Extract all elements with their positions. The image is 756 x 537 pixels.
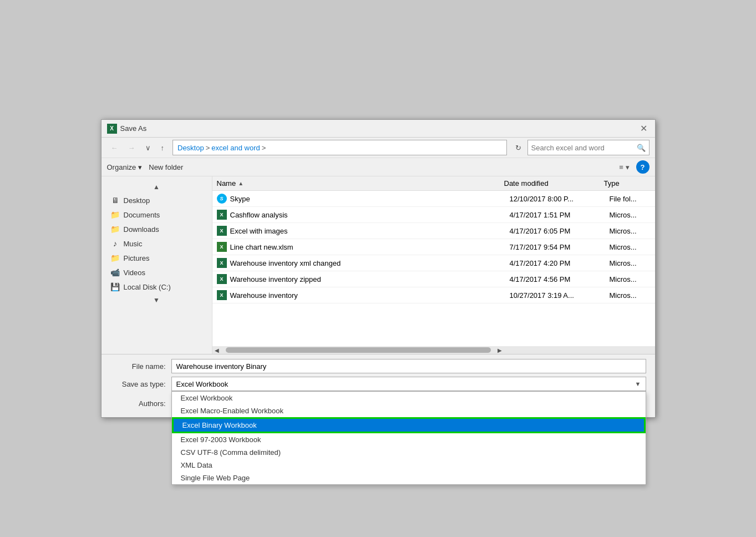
help-button[interactable]: ? bbox=[636, 160, 650, 174]
main-area: ▲ 🖥 Desktop 📁 Documents 📁 Downloads ♪ Mu… bbox=[102, 176, 655, 354]
breadcrumb-sep2: > bbox=[262, 144, 266, 152]
dropdown-item-excel-97[interactable]: Excel 97-2003 Workbook bbox=[172, 433, 646, 446]
toolbar: Organize ▾ New folder ≡ ▾ ? bbox=[102, 158, 655, 176]
dropdown-item-excel-binary[interactable]: Excel Binary Workbook bbox=[172, 417, 646, 433]
excel-file-icon-warehouse: X bbox=[217, 290, 227, 300]
file-name-cashflow: X Cashflow analysis bbox=[212, 208, 505, 221]
sidebar-item-pictures[interactable]: 📁 Pictures bbox=[102, 251, 212, 265]
pictures-icon: 📁 bbox=[110, 253, 120, 263]
toolbar-right: ≡ ▾ ? bbox=[616, 160, 649, 174]
forward-button[interactable]: → bbox=[124, 141, 139, 154]
col-header-type[interactable]: Type bbox=[600, 178, 655, 189]
bottom-section: File name: Save as type: Excel Workbook … bbox=[102, 354, 655, 417]
file-type-warehouse-zip: Micros... bbox=[605, 273, 655, 285]
horizontal-scrollbar[interactable]: ◀ ▶ bbox=[212, 346, 655, 354]
sort-arrow: ▲ bbox=[238, 180, 243, 186]
excel-icon: X bbox=[107, 124, 117, 134]
scroll-right-arrow[interactable]: ▶ bbox=[495, 347, 504, 353]
file-row-skype[interactable]: S Skype 12/10/2017 8:00 P... File fol... bbox=[212, 191, 655, 207]
file-type-skype: File fol... bbox=[605, 193, 655, 205]
search-bar: 🔍 bbox=[527, 140, 650, 155]
savetype-row: Save as type: Excel Workbook ▼ Excel Wor… bbox=[110, 377, 646, 391]
col-header-name[interactable]: Name ▲ bbox=[212, 178, 500, 189]
title-bar: X Save As ✕ bbox=[102, 120, 655, 138]
search-icon: 🔍 bbox=[637, 144, 646, 152]
local-disk-icon: 💾 bbox=[110, 282, 120, 292]
dropdown-items-wrapper: Excel Workbook Excel Macro-Enabled Workb… bbox=[172, 392, 646, 484]
savetype-value: Excel Workbook bbox=[176, 380, 229, 388]
file-row-cashflow[interactable]: X Cashflow analysis 4/17/2017 1:51 PM Mi… bbox=[212, 207, 655, 223]
dropdown-item-excel-macro[interactable]: Excel Macro-Enabled Workbook bbox=[172, 404, 646, 417]
sidebar-item-documents[interactable]: 📁 Documents bbox=[102, 207, 212, 222]
new-folder-button[interactable]: New folder bbox=[149, 163, 183, 171]
save-as-dialog: X Save As ✕ ← → ∨ ↑ Desktop > excel and … bbox=[101, 119, 656, 418]
sidebar-scroll-up[interactable]: ▲ bbox=[102, 181, 212, 193]
file-name-skype: S Skype bbox=[212, 192, 505, 205]
sidebar-scroll-down[interactable]: ▼ bbox=[102, 294, 212, 306]
close-button[interactable]: ✕ bbox=[638, 123, 650, 134]
documents-icon: 📁 bbox=[110, 210, 120, 220]
sidebar-item-local-disk[interactable]: 💾 Local Disk (C:) bbox=[102, 280, 212, 294]
sidebar-label-desktop: Desktop bbox=[124, 196, 150, 205]
view-icon: ≡ bbox=[619, 163, 623, 171]
file-row-line-chart[interactable]: X Line chart new.xlsm 7/17/2017 9:54 PM … bbox=[212, 239, 655, 255]
excel-file-icon-cashflow: X bbox=[217, 210, 227, 220]
dropdown-item-single-file[interactable]: Single File Web Page bbox=[172, 472, 646, 484]
content-area: Name ▲ Date modified Type S Skype bbox=[212, 176, 655, 354]
savetype-select[interactable]: Excel Workbook ▼ bbox=[171, 377, 646, 391]
savetype-dropdown-container: Excel Workbook ▼ Excel Workbook Excel Ma… bbox=[171, 377, 646, 391]
desktop-icon: 🖥 bbox=[110, 195, 120, 205]
file-name-warehouse-xml: X Warehouse inventory xml changed bbox=[212, 256, 505, 270]
file-date-line-chart: 7/17/2017 9:54 PM bbox=[505, 241, 605, 253]
file-type-line-chart: Micros... bbox=[605, 241, 655, 253]
scroll-thumb-h[interactable] bbox=[226, 347, 491, 353]
file-type-warehouse-xml: Micros... bbox=[605, 257, 655, 269]
downloads-icon: 📁 bbox=[110, 224, 120, 234]
sidebar: ▲ 🖥 Desktop 📁 Documents 📁 Downloads ♪ Mu… bbox=[102, 176, 212, 354]
dropdown-item-excel-workbook[interactable]: Excel Workbook bbox=[172, 392, 646, 404]
videos-icon: 📹 bbox=[110, 267, 120, 277]
up-button[interactable]: ↑ bbox=[157, 141, 169, 154]
breadcrumb-current: excel and word bbox=[211, 144, 260, 152]
authors-label: Authors: bbox=[110, 399, 171, 408]
scroll-left-arrow[interactable]: ◀ bbox=[212, 347, 221, 353]
file-name-line-chart: X Line chart new.xlsm bbox=[212, 240, 505, 254]
excel-file-icon-warehouse-xml: X bbox=[217, 258, 227, 268]
view-button[interactable]: ≡ ▾ bbox=[616, 161, 632, 173]
savetype-dropdown-list: Excel Workbook Excel Macro-Enabled Workb… bbox=[171, 391, 646, 485]
back-button[interactable]: ← bbox=[107, 141, 122, 154]
search-input[interactable] bbox=[531, 144, 637, 152]
sidebar-label-downloads: Downloads bbox=[124, 225, 159, 234]
file-date-cashflow: 4/17/2017 1:51 PM bbox=[505, 209, 605, 221]
dropdown-arrow-icon: ▼ bbox=[635, 381, 641, 387]
refresh-button[interactable]: ↻ bbox=[511, 141, 525, 154]
file-row-excel-images[interactable]: X Excel with images 4/17/2017 6:05 PM Mi… bbox=[212, 223, 655, 239]
title-bar-left: X Save As bbox=[107, 124, 147, 134]
filename-input[interactable] bbox=[171, 359, 646, 373]
col-header-date[interactable]: Date modified bbox=[500, 178, 600, 189]
dialog-title: Save As bbox=[120, 124, 147, 133]
file-row-warehouse-zip[interactable]: X Warehouse inventory zipped 4/17/2017 4… bbox=[212, 271, 655, 287]
dropdown-button[interactable]: ∨ bbox=[141, 141, 155, 154]
file-date-warehouse-xml: 4/17/2017 4:20 PM bbox=[505, 257, 605, 269]
dropdown-item-xml[interactable]: XML Data bbox=[172, 459, 646, 472]
excel-file-icon-images: X bbox=[217, 226, 227, 236]
organize-button[interactable]: Organize ▾ bbox=[107, 163, 143, 171]
sidebar-item-downloads[interactable]: 📁 Downloads bbox=[102, 222, 212, 236]
breadcrumb-bar[interactable]: Desktop > excel and word > bbox=[172, 140, 507, 155]
sidebar-item-desktop[interactable]: 🖥 Desktop bbox=[102, 193, 212, 207]
filename-label: File name: bbox=[110, 362, 171, 371]
file-row-warehouse-xml[interactable]: X Warehouse inventory xml changed 4/17/2… bbox=[212, 255, 655, 271]
file-type-warehouse: Micros... bbox=[605, 290, 655, 301]
file-name-warehouse-zip: X Warehouse inventory zipped bbox=[212, 272, 505, 286]
sidebar-item-videos[interactable]: 📹 Videos bbox=[102, 265, 212, 280]
file-date-warehouse-zip: 4/17/2017 4:56 PM bbox=[505, 273, 605, 285]
toolbar-left: Organize ▾ New folder bbox=[107, 163, 184, 171]
file-name-excel-images: X Excel with images bbox=[212, 224, 505, 237]
sidebar-item-music[interactable]: ♪ Music bbox=[102, 236, 212, 251]
organize-arrow: ▾ bbox=[138, 163, 142, 171]
sidebar-label-music: Music bbox=[124, 240, 143, 248]
skype-icon: S bbox=[217, 194, 227, 204]
dropdown-item-csv[interactable]: CSV UTF-8 (Comma delimited) bbox=[172, 446, 646, 459]
file-row-warehouse[interactable]: X Warehouse inventory 10/27/2017 3:19 A.… bbox=[212, 287, 655, 303]
